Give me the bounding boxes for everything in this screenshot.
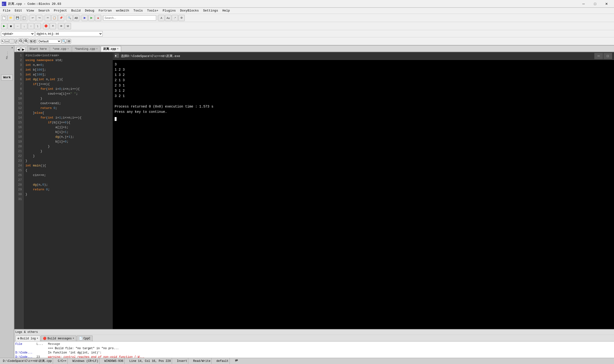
- menu-fortran[interactable]: Fortran: [97, 8, 114, 13]
- build-log-label: Build log: [20, 337, 36, 340]
- tab-distance-close[interactable]: ×: [117, 48, 118, 50]
- save-btn[interactable]: 💾: [14, 15, 21, 21]
- add-watch-btn[interactable]: A: [158, 15, 165, 21]
- log-col-line: L...: [36, 342, 46, 346]
- menu-build[interactable]: Build: [69, 8, 83, 13]
- bp-remove-btn[interactable]: ✕: [50, 23, 56, 29]
- menu-search[interactable]: Search: [36, 8, 52, 13]
- function-context-select[interactable]: dg(int n, int j) : int: [36, 31, 103, 36]
- build-msg-icon: 🔴: [43, 337, 46, 340]
- menu-wxsmith[interactable]: wxSmith: [114, 8, 131, 13]
- terminal-icon: ▶: [115, 53, 119, 59]
- maximize-button[interactable]: □: [589, 0, 600, 7]
- log-col-file: File: [15, 342, 35, 346]
- code-style-select[interactable]: Default: [37, 39, 61, 44]
- save-all-btn[interactable]: [21, 15, 27, 21]
- func-btn[interactable]: ƒ: [15, 39, 17, 44]
- log-tab-build-log[interactable]: ⚙ Build log ×: [15, 336, 40, 341]
- style-config-btn[interactable]: ⚙: [67, 39, 71, 44]
- window-title: 距离.cpp - Code::Blocks 20.03: [8, 2, 578, 6]
- log-tab-cppc[interactable]: 📄 CppC: [77, 336, 93, 341]
- minimize-button[interactable]: ─: [578, 0, 589, 7]
- next-word-btn[interactable]: Aa: [165, 15, 171, 21]
- terminal-minimize[interactable]: ─: [594, 53, 603, 59]
- tab-one-cpp[interactable]: *one.cpp ×: [50, 46, 71, 52]
- workspace: × Ma... Work ◀ ▶ Start here *one.cpp ×: [0, 46, 614, 358]
- menu-file[interactable]: File: [1, 8, 12, 13]
- toolbar-sep-4: [80, 15, 81, 21]
- mem-btn[interactable]: M: [65, 23, 71, 29]
- debug-next-btn[interactable]: →: [14, 23, 21, 29]
- debug-run-btn[interactable]: ▶: [1, 23, 7, 29]
- copy-btn[interactable]: 📋: [51, 15, 57, 21]
- build-btn[interactable]: ▶: [82, 15, 88, 21]
- menu-doxyblocks[interactable]: DoxyBlocks: [178, 8, 201, 13]
- style-btn-c[interactable]: C: [33, 39, 36, 44]
- regex-btn[interactable]: .*: [172, 15, 178, 21]
- tab-one-close[interactable]: ×: [67, 48, 69, 50]
- code-text[interactable]: #include<iostream> using namespace std; …: [24, 52, 113, 329]
- paste-btn[interactable]: 📌: [58, 15, 64, 21]
- zoom-out-btn[interactable]: [18, 39, 23, 44]
- cut-btn[interactable]: ✂: [45, 15, 51, 21]
- menu-debug[interactable]: Debug: [83, 8, 96, 13]
- new-btn[interactable]: [1, 15, 7, 21]
- main-toolbar: 📁 💾 ↩ ↪ ✂ 📋 📌 🔍 AB ▶ ▶ ■ A Aa .* ⚙: [0, 14, 614, 22]
- menu-edit[interactable]: Edit: [13, 8, 24, 13]
- build-msg-close[interactable]: ×: [73, 337, 74, 340]
- menu-tools[interactable]: Tools: [131, 8, 145, 13]
- style-search-btn[interactable]: 🔍: [62, 39, 67, 44]
- open-btn[interactable]: 📁: [8, 15, 14, 21]
- tab-start-here[interactable]: Start here: [27, 46, 49, 52]
- build-log-close[interactable]: ×: [37, 337, 38, 340]
- logs-title: Logs & others: [15, 330, 38, 334]
- debug-run-to-btn[interactable]: ⤵: [35, 23, 41, 29]
- tab-handing-label: *handing.cpp: [75, 47, 95, 51]
- terminal-maximize[interactable]: □: [603, 53, 612, 59]
- redo-btn[interactable]: ↪: [36, 15, 42, 21]
- run-btn[interactable]: ▶: [88, 15, 95, 21]
- menu-tools-plus[interactable]: Tools+: [145, 8, 160, 13]
- watch-btn[interactable]: 👁: [58, 23, 64, 29]
- log-tab-build-messages[interactable]: 🔴 Build messages ×: [41, 336, 76, 341]
- bp-toggle-btn[interactable]: 🔴: [43, 23, 49, 29]
- undo-btn[interactable]: ↩: [29, 15, 36, 21]
- cursor-btn[interactable]: ↖: [1, 39, 5, 44]
- build-msg-label: Build messages: [47, 337, 72, 340]
- stop-btn[interactable]: ■: [95, 15, 101, 21]
- menu-view[interactable]: View: [25, 8, 36, 13]
- tab-scroll: ◀ ▶: [15, 47, 26, 52]
- close-button[interactable]: ✕: [601, 0, 612, 7]
- menu-plugins[interactable]: Plugins: [161, 8, 178, 13]
- replace-btn[interactable]: AB: [73, 15, 79, 21]
- logs-area: Logs & others ⚙ Build log × 🔴 Build mess…: [14, 329, 614, 358]
- debug-stop-btn[interactable]: ⏹: [8, 23, 14, 29]
- block-btn[interactable]: ⬜: [9, 39, 14, 44]
- tab-handing-close[interactable]: ×: [96, 48, 98, 50]
- global-context-select[interactable]: <global>: [1, 31, 35, 36]
- tab-scroll-left[interactable]: ◀: [16, 47, 21, 52]
- status-encoding: WINDOWS-936: [103, 358, 125, 364]
- menu-help[interactable]: Help: [220, 8, 232, 13]
- tab-distance-cpp[interactable]: 距离.cpp ×: [101, 46, 121, 52]
- panel-close-btn[interactable]: ×: [11, 46, 13, 49]
- svg-line-10: [27, 42, 28, 43]
- tab-handing-cpp[interactable]: *handing.cpp ×: [72, 46, 100, 52]
- style-btn-s[interactable]: S: [29, 39, 33, 44]
- debug-out-btn[interactable]: ↑: [28, 23, 34, 29]
- terminal-win-btns: ─ □: [594, 53, 612, 59]
- menu-settings[interactable]: Settings: [201, 8, 220, 13]
- menu-bar: File Edit View Search Project Build Debu…: [0, 8, 614, 14]
- left-panel: × Ma... Work: [0, 46, 14, 358]
- search-field[interactable]: [103, 15, 156, 21]
- log-r3-file: D:\Code...: [15, 355, 35, 358]
- zoom-in-btn[interactable]: [24, 39, 28, 44]
- work-btn[interactable]: Work: [1, 75, 13, 80]
- find-btn[interactable]: 🔍: [67, 15, 73, 21]
- select-btn[interactable]: ▭: [5, 39, 9, 44]
- code-content[interactable]: 12345 678910 1112131415 1617181920 21222…: [14, 52, 113, 329]
- debug-step-btn[interactable]: ↓: [21, 23, 27, 29]
- menu-project[interactable]: Project: [52, 8, 69, 13]
- tab-scroll-right[interactable]: ▶: [21, 47, 26, 52]
- settings-search-btn[interactable]: ⚙: [179, 15, 185, 21]
